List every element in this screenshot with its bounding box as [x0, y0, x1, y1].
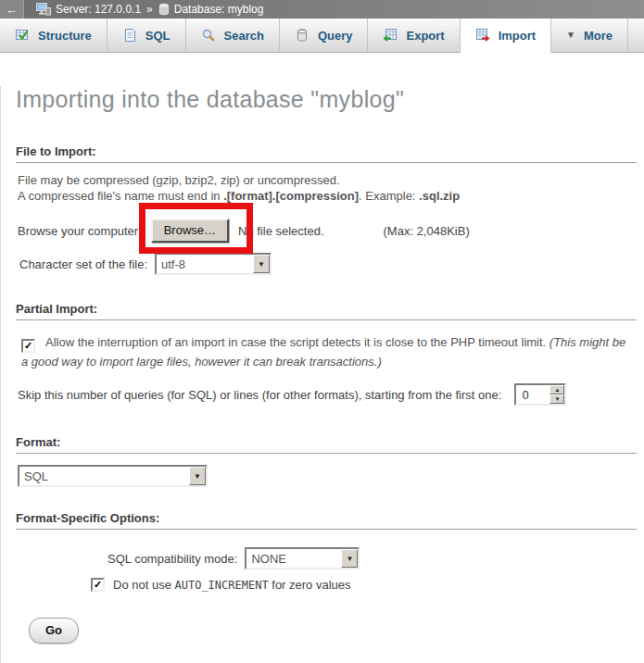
- compression-note-line1: File may be compressed (gzip, bzip2, zip…: [18, 173, 340, 187]
- back-button[interactable]: ←: [0, 0, 24, 19]
- skip-queries-label: Skip this number of queries (for SQL) or…: [18, 388, 501, 402]
- spinner-down-button[interactable]: ▼: [549, 394, 564, 404]
- charset-selected-value: utf-8: [157, 255, 253, 273]
- dropdown-arrow-icon: ▼: [341, 549, 358, 568]
- skip-queries-value: 0: [516, 385, 549, 404]
- tab-label: Query: [318, 29, 353, 43]
- breadcrumb-bar: ← Server: 127.0.0.1 » Database: myblog: [0, 0, 644, 19]
- tab-label: More: [584, 29, 612, 43]
- tab-bar: Structure SQL Search: [0, 19, 644, 53]
- import-icon: [475, 28, 490, 43]
- allow-interrupt-checkbox[interactable]: ✓: [21, 339, 35, 353]
- tab-export[interactable]: Export: [368, 19, 460, 53]
- auto-increment-label: Do not use AUTO_INCREMENT for zero value…: [113, 578, 351, 592]
- export-icon: [383, 28, 398, 43]
- check-icon: ✓: [24, 341, 32, 351]
- file-upload-row: Browse your computer: Browse… No file se…: [1, 217, 644, 244]
- dropdown-arrow-icon: ▼: [189, 467, 206, 485]
- chevron-down-icon: ▼: [566, 31, 575, 40]
- section-heading-format: Format:: [16, 435, 637, 454]
- spinner-up-button[interactable]: ▲: [549, 385, 564, 394]
- breadcrumb-database[interactable]: Database: myblog: [174, 3, 264, 16]
- auto-increment-checkbox[interactable]: ✓: [91, 578, 105, 592]
- skip-queries-row: Skip this number of queries (for SQL) or…: [1, 382, 644, 407]
- tab-search[interactable]: Search: [186, 19, 280, 53]
- go-button[interactable]: Go: [29, 618, 79, 644]
- skip-queries-input[interactable]: 0 ▲ ▼: [514, 383, 566, 406]
- search-icon: [201, 28, 216, 43]
- sql-icon: [122, 28, 137, 43]
- browse-label: Browse your computer:: [18, 224, 142, 238]
- query-database-icon: [295, 28, 309, 43]
- section-heading-format-options: Format-Specific Options:: [16, 511, 637, 530]
- spinner-buttons: ▲ ▼: [549, 385, 564, 404]
- no-file-selected-text: No file selected.: [238, 224, 324, 238]
- tab-more[interactable]: ▼ More: [551, 19, 628, 53]
- charset-select[interactable]: utf-8 ▼: [155, 253, 271, 275]
- format-selected-value: SQL: [19, 467, 189, 485]
- charset-label: Character set of the file:: [19, 257, 147, 271]
- breadcrumb-server[interactable]: Server: 127.0.0.1: [56, 3, 141, 16]
- page-title: Importing into the database "myblog": [16, 86, 644, 113]
- example-extension: .sql.zip: [419, 189, 460, 203]
- tab-import[interactable]: Import: [461, 19, 551, 53]
- compression-note-line2: A compressed file's name must end in: [18, 189, 223, 203]
- auto-increment-keyword: AUTO_INCREMENT: [175, 579, 269, 592]
- section-heading-partial-import: Partial Import:: [16, 302, 637, 320]
- import-form: Importing into the database "myblog" Fil…: [0, 86, 644, 663]
- tabbar-spacer: [628, 19, 644, 53]
- sql-compat-select[interactable]: NONE ▼: [245, 547, 360, 569]
- tab-sql[interactable]: SQL: [107, 19, 186, 53]
- max-upload-size-text: (Max: 2,048KiB): [384, 224, 470, 238]
- dropdown-arrow-icon: ▼: [253, 255, 270, 273]
- tab-label: Search: [224, 29, 264, 43]
- compression-note-mid: . Example:: [359, 189, 419, 203]
- structure-icon: [15, 28, 30, 43]
- format-compression-pattern: .[format].[compression]: [223, 189, 359, 203]
- tab-label: Export: [406, 29, 444, 43]
- auto-increment-prefix: Do not use: [113, 578, 175, 592]
- format-select[interactable]: SQL ▼: [18, 465, 208, 487]
- tab-structure[interactable]: Structure: [0, 19, 107, 53]
- database-icon: [158, 3, 170, 16]
- sql-compat-label: SQL compatibility mode:: [107, 552, 237, 566]
- sql-compat-selected-value: NONE: [246, 549, 341, 568]
- charset-row: Character set of the file: utf-8 ▼: [1, 250, 644, 278]
- back-arrow-icon: ←: [6, 3, 18, 17]
- server-icon: [36, 3, 51, 16]
- tab-label: SQL: [145, 29, 170, 43]
- browse-button[interactable]: Browse…: [151, 219, 229, 243]
- tab-label: Structure: [38, 29, 92, 43]
- check-icon: ✓: [94, 580, 102, 590]
- tab-label: Import: [499, 29, 536, 43]
- compression-note: File may be compressed (gzip, bzip2, zip…: [18, 172, 637, 204]
- section-heading-file-to-import: File to Import:: [16, 144, 637, 163]
- allow-interrupt-label: Allow the interruption of an import in c…: [45, 335, 549, 349]
- auto-increment-row: ✓ Do not use AUTO_INCREMENT for zero val…: [91, 578, 644, 592]
- breadcrumb-separator: »: [146, 3, 153, 16]
- tab-query[interactable]: Query: [280, 19, 369, 53]
- auto-increment-suffix: for zero values: [269, 578, 351, 592]
- allow-interrupt-row: ✓Allow the interruption of an import in …: [21, 333, 635, 370]
- phpmyadmin-import-page: ← Server: 127.0.0.1 » Database: myblog: [0, 0, 644, 663]
- sql-compat-row: SQL compatibility mode: NONE ▼: [107, 546, 644, 570]
